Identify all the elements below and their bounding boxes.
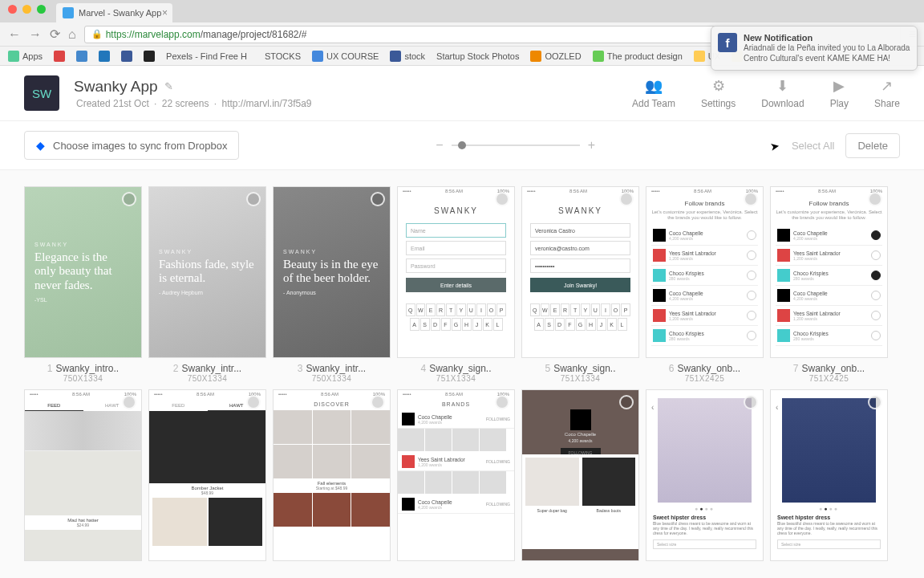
edit-title-icon[interactable]: ✎	[164, 80, 173, 92]
screen-card[interactable]: ‹ ●●●● Sweet hipster dress Blue beautifu…	[770, 389, 888, 561]
screen-card[interactable]: •••••8:56 AM100% SWANKY Name Email Passw…	[397, 186, 515, 383]
reload-button[interactable]: ⟳	[50, 26, 60, 42]
project-meta: Created 21st Oct · 22 screens · http://m…	[74, 98, 632, 109]
bookmark-product-design[interactable]: The product design	[593, 51, 683, 62]
select-circle[interactable]	[122, 395, 136, 409]
screen-card[interactable]: •••••8:56 AM100% SWANKY Veronica Castro …	[521, 186, 639, 383]
screen-card[interactable]: •••••8:56 AM100% FEEDHAWT Bomber Jacket$…	[148, 389, 266, 561]
bookmark-ux-course[interactable]: UX COURSE	[312, 51, 379, 62]
settings-button[interactable]: ⚙Settings	[701, 77, 736, 109]
select-circle[interactable]	[371, 395, 385, 409]
home-button[interactable]: ⌂	[68, 27, 76, 42]
zoom-thumb[interactable]	[458, 141, 466, 149]
back-button[interactable]: ←	[8, 27, 21, 42]
zoom-slider: − +	[239, 138, 791, 153]
tab-favicon	[63, 7, 74, 18]
select-all-button[interactable]: Select All	[792, 140, 834, 152]
browser-tab[interactable]: Marvel - Swanky App ×	[56, 3, 172, 22]
close-window-button[interactable]	[8, 5, 17, 14]
screen-card[interactable]: •••••8:56 AM100% BRANDS Coco Chapelle4,2…	[397, 389, 515, 561]
play-icon: ▶	[833, 77, 845, 95]
tab-title: Marvel - Swanky App	[79, 8, 161, 18]
screen-card[interactable]: •••••8:56 AM100% FEEDHAWT Mad hat hatter…	[24, 389, 142, 561]
zoom-track[interactable]	[452, 144, 580, 146]
lock-icon: 🔒	[91, 29, 103, 39]
screen-card[interactable]: •••••8:56 AM100% Follow brands Let's cus…	[770, 186, 888, 383]
download-icon: ⬇	[776, 77, 788, 95]
forward-button[interactable]: →	[29, 27, 42, 42]
dropbox-sync-button[interactable]: ◆ Choose images to sync from Dropbox	[24, 131, 239, 160]
screen-card[interactable]: SWANKY Beauty is in the eye of the beer …	[273, 186, 391, 383]
screen-card[interactable]: ‹ ●●●● Sweet hipster dress Blue beautifu…	[646, 389, 764, 561]
notification-popup[interactable]: f New Notification Ariadnali de la Peña …	[711, 26, 918, 71]
url-host: https://marvelapp.com	[106, 29, 201, 40]
select-circle[interactable]	[246, 192, 261, 206]
bookmark-oozled[interactable]: OOZLED	[530, 51, 581, 62]
share-button[interactable]: ↗Share	[874, 77, 900, 109]
add-team-button[interactable]: 👥Add Team	[632, 77, 675, 109]
select-circle[interactable]	[371, 192, 385, 206]
select-circle[interactable]	[744, 192, 758, 206]
close-tab-icon[interactable]: ×	[162, 7, 168, 18]
screen-card[interactable]: SWANKY Fashions fade, style is eternal. …	[148, 186, 266, 383]
screen-card[interactable]: SWANKY Elegance is the only beauty that …	[24, 186, 142, 383]
select-circle[interactable]	[619, 395, 634, 409]
url-path: /manage/project/81682/#	[201, 29, 307, 40]
share-icon: ↗	[881, 77, 893, 95]
back-icon: ‹	[651, 403, 654, 412]
bookmark-item[interactable]	[54, 51, 65, 62]
window-controls	[8, 5, 46, 14]
download-button[interactable]: ⬇Download	[761, 77, 804, 109]
minimize-window-button[interactable]	[22, 5, 31, 14]
screens-grid: SWANKY Elegance is the only beauty that …	[24, 186, 900, 561]
bookmark-startup[interactable]: Startup Stock Photos	[436, 51, 519, 61]
bookmark-item[interactable]	[76, 51, 87, 62]
team-icon: 👥	[645, 77, 663, 95]
select-circle[interactable]	[619, 192, 634, 206]
project-header: SW Swanky App ✎ Created 21st Oct · 22 sc…	[0, 66, 924, 121]
play-button[interactable]: ▶Play	[830, 77, 849, 109]
delete-button[interactable]: Delete	[845, 133, 900, 158]
bookmark-item[interactable]	[121, 51, 132, 62]
bookmark-pexels[interactable]: Pexels - Find Free H	[166, 51, 247, 61]
select-circle[interactable]	[868, 192, 882, 206]
bookmark-apps[interactable]: Apps	[8, 51, 43, 62]
select-circle[interactable]	[868, 395, 882, 409]
screens-grid-container: SWANKY Elegance is the only beauty that …	[0, 170, 924, 578]
gear-icon: ⚙	[712, 77, 725, 95]
bookmark-stocks[interactable]: STOCKS	[258, 51, 301, 61]
select-circle[interactable]	[122, 192, 136, 206]
select-circle[interactable]	[246, 395, 261, 409]
select-circle[interactable]	[495, 395, 509, 409]
bookmark-item[interactable]	[99, 51, 110, 62]
mouse-cursor: ➤	[769, 139, 781, 153]
screen-card[interactable]: Coco Chapelle 4,200 awards FOLLOWING Sup…	[521, 389, 639, 561]
facebook-icon: f	[718, 33, 737, 52]
dropbox-icon: ◆	[36, 139, 45, 152]
zoom-in-button[interactable]: +	[588, 138, 595, 153]
project-title: Swanky App	[74, 78, 158, 96]
bookmark-stock[interactable]: stock	[390, 51, 425, 62]
screens-toolbar: ◆ Choose images to sync from Dropbox − +…	[0, 121, 924, 170]
browser-tab-bar: Marvel - Swanky App ×	[0, 0, 924, 22]
notification-body: Ariadnali de la Peña invited you to La A…	[744, 43, 910, 63]
zoom-out-button[interactable]: −	[436, 138, 443, 153]
screen-card[interactable]: •••••8:56 AM100% Follow brands Let's cus…	[646, 186, 764, 383]
select-circle[interactable]	[744, 395, 758, 409]
select-circle[interactable]	[495, 192, 509, 206]
screen-card[interactable]: •••••8:56 AM100% DISCOVER Fall elementsS…	[273, 389, 391, 561]
maximize-window-button[interactable]	[37, 5, 46, 14]
project-logo[interactable]: SW	[24, 75, 59, 111]
back-icon: ‹	[776, 403, 778, 412]
bookmark-item[interactable]	[144, 51, 155, 62]
notification-title: New Notification	[744, 33, 910, 43]
